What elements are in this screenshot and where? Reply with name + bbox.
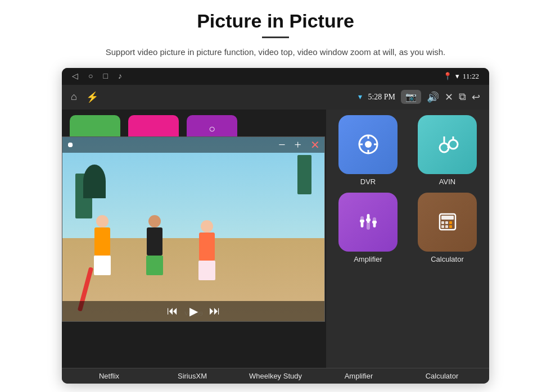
svg-rect-21 [441, 216, 454, 220]
rewind-button[interactable]: ⏮ [167, 304, 178, 317]
pip-controls: − + ✕ [278, 138, 320, 152]
calculator-label: Calculator [431, 255, 464, 263]
video-section: ○ ⏺ − + ✕ [62, 110, 326, 368]
svg-rect-23 [445, 221, 448, 224]
calculator-bottom-label: Calculator [426, 372, 459, 380]
svg-rect-26 [445, 225, 448, 228]
pip-window[interactable]: ⏺ − + ✕ [62, 136, 325, 322]
svg-point-7 [449, 140, 458, 149]
play-button[interactable]: ▶ [189, 304, 198, 318]
pip-minimize-icon[interactable]: − [278, 138, 285, 152]
dvr-icon-box[interactable] [338, 115, 398, 174]
amplifier-bottom-label: Amplifier [345, 372, 373, 380]
pip-bottom-bar: ⏮ ▶ ⏭ [62, 301, 324, 321]
volume-icon[interactable]: 🔊 [427, 91, 439, 103]
app-bar-right: ▾ 5:28 PM 📷 🔊 ✕ ⧉ ↩ [358, 90, 480, 104]
svg-point-1 [365, 141, 372, 148]
status-bar-right: 📍 ▾ 11:22 [443, 72, 479, 81]
svg-rect-17 [360, 220, 364, 222]
page-title: Picture in Picture [197, 10, 354, 32]
usb-icon: ⚡ [86, 91, 98, 103]
amplifier-icon-box[interactable] [338, 193, 398, 252]
amplifier-icon [355, 208, 382, 235]
status-bar: ◁ ○ □ ♪ 📍 ▾ 11:22 [62, 68, 489, 85]
calculator-icon [434, 208, 461, 235]
wheelkey-icon: ○ [209, 122, 215, 135]
close-icon[interactable]: ✕ [445, 91, 453, 103]
tree-top1 [83, 165, 106, 198]
wheelkey-label: Wheelkey Study [249, 372, 302, 380]
app-item-calculator[interactable]: Calculator [411, 193, 484, 263]
netflix-label: Netflix [99, 372, 119, 380]
bottom-app-labels: Netflix SiriusXM Wheelkey Study Amplifie… [62, 368, 489, 384]
svg-rect-18 [366, 218, 371, 221]
svg-rect-25 [441, 225, 444, 228]
back-icon[interactable]: ↩ [472, 91, 480, 103]
beach-scene [62, 137, 324, 321]
pip-icon[interactable]: ⧉ [459, 91, 466, 103]
wifi-icon: ▾ [455, 72, 459, 81]
main-content: ○ ⏺ − + ✕ [62, 110, 489, 368]
avin-icon-box[interactable] [418, 115, 477, 174]
bottom-app-wheelkey[interactable]: Wheelkey Study [242, 372, 309, 380]
back-nav-icon[interactable]: ◁ [72, 71, 78, 81]
pip-record-icon: ⏺ [67, 140, 74, 149]
svg-point-6 [440, 143, 449, 152]
avin-label: AVIN [439, 177, 455, 186]
svg-rect-19 [372, 221, 377, 224]
home-nav-icon[interactable]: ○ [88, 72, 93, 81]
bottom-app-siriusxm[interactable]: SiriusXM [159, 372, 226, 380]
person2 [146, 215, 163, 275]
dvr-icon [355, 131, 382, 158]
app-bar: ⌂ ⚡ ▾ 5:28 PM 📷 🔊 ✕ ⧉ ↩ [62, 85, 489, 110]
svg-rect-27 [449, 225, 452, 228]
avin-icon [434, 131, 461, 158]
pip-expand-icon[interactable]: + [295, 138, 301, 152]
camera-button[interactable]: 📷 [401, 90, 421, 104]
app-item-dvr[interactable]: DVR [332, 115, 404, 186]
fast-forward-button[interactable]: ⏭ [209, 304, 220, 317]
pip-close-icon[interactable]: ✕ [310, 138, 320, 152]
bottom-app-amplifier[interactable]: Amplifier [325, 372, 392, 380]
location-icon: 📍 [443, 72, 452, 81]
svg-rect-24 [449, 221, 452, 224]
tree2 [297, 155, 311, 194]
bottom-app-netflix[interactable]: Netflix [75, 372, 143, 380]
page-container: Picture in Picture Support video picture… [0, 0, 551, 392]
app-bar-left: ⌂ ⚡ [71, 91, 98, 103]
wifi-bar-icon: ▾ [358, 92, 362, 102]
siriusxm-label: SiriusXM [178, 372, 207, 380]
person3 [198, 220, 215, 280]
person1 [94, 215, 111, 275]
status-bar-left: ◁ ○ □ ♪ [72, 71, 122, 81]
calculator-icon-box[interactable] [418, 193, 477, 252]
dvr-label: DVR [360, 177, 376, 186]
title-divider [262, 37, 289, 38]
svg-rect-22 [441, 221, 444, 224]
app-item-amplifier[interactable]: Amplifier [332, 193, 404, 263]
app-grid: DVR AVIN [332, 115, 484, 263]
device-frame: ◁ ○ □ ♪ 📍 ▾ 11:22 ⌂ ⚡ ▾ 5:28 PM 📷 🔊 [62, 68, 489, 384]
amplifier-label: Amplifier [354, 255, 382, 263]
status-time: 11:22 [463, 72, 479, 81]
home-icon[interactable]: ⌂ [71, 91, 77, 103]
app-bar-time: 5:28 PM [368, 93, 395, 102]
recent-nav-icon[interactable]: □ [103, 72, 107, 81]
pip-top-bar: ⏺ − + ✕ [62, 137, 324, 153]
music-nav-icon[interactable]: ♪ [118, 72, 122, 81]
bottom-app-calculator[interactable]: Calculator [408, 372, 476, 380]
app-grid-section: DVR AVIN [326, 110, 489, 368]
page-subtitle: Support video picture in picture functio… [106, 46, 445, 59]
app-item-avin[interactable]: AVIN [411, 115, 484, 186]
